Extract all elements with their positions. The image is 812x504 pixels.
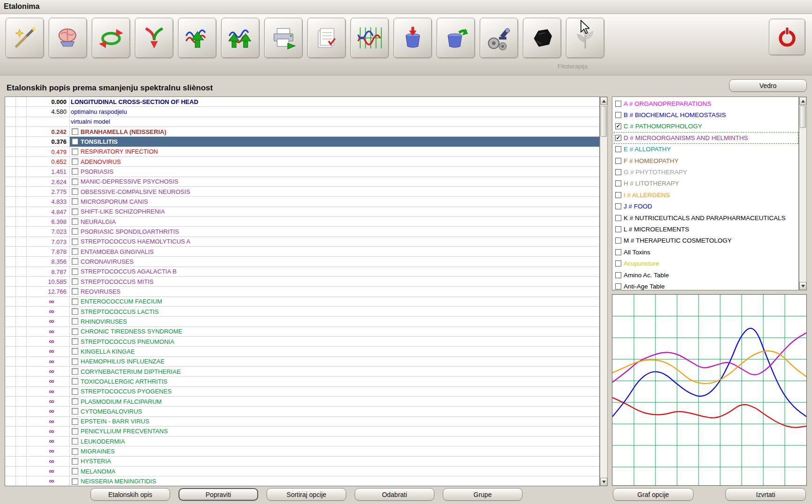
row-checkbox[interactable] [72,348,78,355]
row-checkbox[interactable] [72,478,78,485]
row-checkbox[interactable] [72,248,78,255]
row-checkbox[interactable] [72,318,78,325]
scroll-down-button[interactable] [799,282,806,290]
category-item[interactable]: Acupuncture [614,258,798,269]
category-checkbox[interactable] [615,112,621,118]
etalonskih-opis-button[interactable]: Etalonskih opis [90,488,170,501]
row-checkbox[interactable] [72,218,78,225]
category-checkbox[interactable] [615,146,621,152]
row-checkbox[interactable] [72,428,78,435]
row-checkbox[interactable] [72,208,78,215]
etalon-row[interactable]: 2.775OBSESSIVE-COMPALSIVE NEUROSIS [5,187,599,197]
etalon-row[interactable]: ∞TOXICOALLERGIC ARTHRITIS [5,377,599,386]
etalon-row-selected[interactable]: 0.376TONSILLITIS [5,137,599,147]
category-checkbox[interactable] [615,180,621,186]
row-checkbox[interactable] [72,338,78,345]
row-checkbox[interactable] [72,378,78,385]
izvrtati-button[interactable]: Izvrtati [725,488,806,501]
row-checkbox[interactable] [72,468,78,474]
row-checkbox[interactable] [72,358,78,365]
category-checkbox[interactable]: ✓ [615,135,621,141]
scrollbar-thumb[interactable] [601,106,607,137]
split-arrows-button[interactable] [135,18,173,58]
row-checkbox[interactable] [72,368,78,375]
bucket-in-button[interactable] [394,18,432,58]
sortiraj-opcije-button[interactable]: Sortiraj opcije [267,488,346,501]
etalon-row[interactable]: 12.766REOVIRUSES [5,287,599,296]
etalon-row[interactable]: ∞EPSTEIN - BARR VIRUS [5,417,599,427]
etalon-row[interactable]: 2.624MANIC-DEPRESSIVE PSYCHOSIS [5,177,599,187]
scroll-up-button[interactable] [799,97,806,105]
etalon-row[interactable]: 4.580optimalnu raspodjelu [5,107,599,117]
category-checkbox[interactable] [615,272,621,278]
row-checkbox[interactable] [72,188,78,195]
etalon-row[interactable]: ∞STREPTOCOCCUS LACTIS [5,307,599,317]
row-checkbox[interactable] [72,438,78,445]
category-item[interactable]: K # NUTRICEUTICALS AND PARAPHARMACEUTICA… [614,212,798,223]
category-item[interactable]: I # ALLERGENS [614,189,798,200]
category-checkbox[interactable] [615,101,621,107]
graf-opcije-button[interactable]: Graf opcije [613,488,693,501]
category-checkbox[interactable] [615,158,621,164]
etalon-row[interactable]: ∞NEISSERIA MENINGITIDIS [5,476,599,486]
category-checkbox[interactable] [615,260,621,267]
category-item[interactable]: J # FOOD [614,201,798,212]
row-checkbox[interactable] [72,148,78,155]
row-checkbox[interactable] [72,418,78,425]
etalon-row[interactable]: ∞CYTOMEGALOVIRUS [5,407,599,416]
category-item[interactable]: H # LITOTHERAPY [614,178,798,189]
brain-button[interactable] [49,18,87,58]
row-checkbox[interactable] [72,238,78,245]
row-checkbox[interactable] [72,308,78,315]
etalon-row[interactable]: 4.847SHIFT-LIKE SCHIZOPHRENIA [5,207,599,217]
category-item[interactable]: L # MICROELEMENTS [614,223,798,235]
spectrum-button[interactable] [350,18,389,58]
etalon-table-scrollbar[interactable] [600,96,608,486]
etalon-row[interactable]: ∞STREPTOCOCCUS PYOGENES [5,387,599,397]
category-item[interactable]: Anti-Age Table [614,281,798,290]
scroll-down-button[interactable] [600,478,607,486]
row-checkbox[interactable] [72,138,78,145]
row-checkbox[interactable] [72,228,78,235]
row-checkbox[interactable] [72,278,78,285]
row-checkbox[interactable] [72,268,78,275]
category-checkbox[interactable] [615,203,621,209]
odabrati-button[interactable]: Odabrati [355,488,434,501]
etalon-row[interactable]: ∞KINGELLA KINGAE [5,347,599,356]
row-checkbox[interactable] [72,158,78,165]
etalon-row[interactable]: 8.356CORONAVIRUSES [5,257,599,267]
etalon-row[interactable]: 6.398NEURALGIA [5,217,599,227]
etalon-row[interactable]: ∞MIGRAINES [5,446,599,456]
etalon-row[interactable]: 7.023PSORIASIC SPONDILOARTHRITIS [5,227,599,237]
etalon-row[interactable]: 4.833MICROSPORUM CANIS [5,197,599,207]
etalon-row[interactable]: 7.878ENTAMOEBA GINGIVALIS [5,247,599,257]
etalon-row[interactable]: ∞PLASMODIUM FALCIPARUM [5,397,599,407]
row-checkbox[interactable] [72,288,78,295]
category-item[interactable]: All Toxins [614,246,798,258]
category-checkbox[interactable] [615,192,621,198]
etalon-row[interactable]: 0.652ADENOVIRUS [5,157,599,167]
card-index-button[interactable] [307,18,346,58]
category-item[interactable]: B # BIOCHEMICAL HOMEOSTASIS [614,109,798,120]
category-item[interactable]: ✓D # MICROORGANISMS AND HELMINTHS [614,132,798,143]
category-item[interactable]: Amino Ac. Table [614,269,798,281]
category-checkbox[interactable] [615,237,621,244]
category-item[interactable]: G # PHYTOTHERAPY [614,166,798,178]
etalon-row[interactable]: ∞MELANOMA [5,467,599,476]
row-checkbox[interactable] [72,328,78,335]
etalon-row[interactable]: 1.451PSORIASIS [5,167,599,177]
etalon-row[interactable]: 0.479RESPIRATORY INFECTION [5,147,599,157]
scrollbar-track[interactable] [600,105,607,478]
magic-wand-button[interactable] [6,18,44,58]
row-checkbox[interactable] [72,458,78,465]
category-checkbox[interactable]: ✓ [615,123,621,129]
etalon-row[interactable]: ∞HAEMOPHILUS INFLUENZAE [5,357,599,367]
category-item[interactable]: M # THERAPEUTIC COSMETOLOGY [614,235,798,246]
category-checkbox[interactable] [615,249,621,255]
etalon-row[interactable]: ∞CORYNEBACTERIUM DIPTHERIAE [5,367,599,377]
category-item[interactable]: E # ALLOPATHY [614,144,798,155]
analysis-button[interactable] [480,18,518,58]
etalon-row[interactable]: 0.000LONGITUDINAL CROSS-SECTION OF HEAD [5,97,599,107]
exit-button[interactable] [769,19,805,55]
category-checkbox[interactable] [615,283,621,289]
